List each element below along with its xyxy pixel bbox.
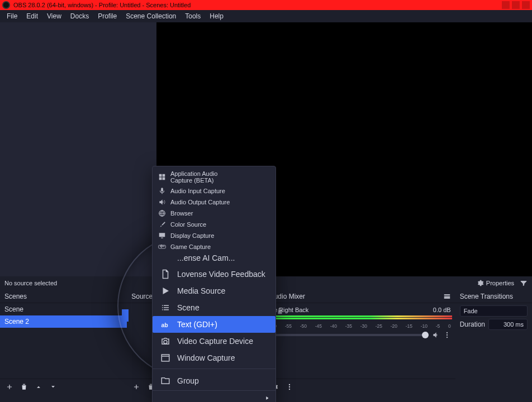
mixer-channel: Be Right Back 0.0 dB -60-55-50-45-40-35-… (265, 303, 455, 342)
play-icon (160, 286, 170, 296)
svg-point-1 (446, 332, 447, 333)
mic-icon (158, 187, 166, 195)
duration-input[interactable]: 300 ms (488, 319, 528, 330)
add-source-button[interactable] (130, 381, 142, 393)
scenes-title: Scenes (4, 293, 27, 300)
transitions-title: Scene Transitions (460, 293, 513, 300)
source-type-app-audio[interactable]: Application Audio Capture (BETA) (153, 169, 243, 185)
scene-transitions-panel: Scene Transitions Fade Duration 300 ms (455, 290, 532, 394)
move-scene-up-button[interactable] (32, 381, 45, 393)
gear-icon (476, 279, 484, 287)
source-type-color[interactable]: Color Source (153, 219, 243, 230)
scene-item[interactable]: Scene (0, 303, 127, 315)
source-type-window-capture[interactable]: Window Capture (153, 350, 276, 366)
duration-label: Duration (460, 320, 485, 328)
kebab-icon[interactable] (443, 331, 451, 339)
window-title: OBS 28.0.2 (64-bit, windows) - Profile: … (13, 2, 191, 8)
source-type-audio-output[interactable]: Audio Output Capture (153, 197, 243, 208)
audio-mixer-panel: Audio Mixer Be Right Back 0.0 dB -60-55-… (265, 290, 455, 394)
filters-icon[interactable] (520, 279, 528, 287)
source-type-audio-input[interactable]: Audio Input Capture (153, 185, 243, 197)
menu-scene-collection[interactable]: Scene Collection (121, 11, 180, 22)
source-status: No source selected (4, 280, 57, 286)
source-type-text-gdi[interactable]: abText (GDI+) (153, 316, 276, 333)
lock-icon[interactable] (276, 307, 284, 315)
properties-label: Properties (486, 280, 514, 286)
dock-options-icon[interactable] (443, 293, 451, 300)
source-type-group[interactable]: Group (153, 371, 276, 388)
checkerboard-icon (158, 173, 166, 181)
svg-point-7 (288, 388, 289, 389)
svg-text:ab: ab (162, 322, 168, 328)
submenu-arrow-icon (264, 395, 270, 401)
preview-guide-left (0, 22, 156, 276)
kebab-icon (286, 383, 293, 391)
svg-point-6 (288, 386, 289, 387)
plus-icon (132, 383, 140, 391)
file-icon (160, 269, 170, 279)
move-scene-down-button[interactable] (47, 381, 59, 393)
close-button[interactable] (522, 1, 530, 9)
titlebar: OBS 28.0.2 (64-bit, windows) - Profile: … (0, 0, 532, 10)
source-type-display-capture[interactable]: Display Capture (153, 230, 243, 241)
scene-item[interactable]: Scene 2 (0, 315, 127, 328)
mixer-menu-button[interactable] (283, 381, 296, 393)
volume-slider[interactable] (270, 334, 429, 336)
source-type-video-capture[interactable]: Video Capture Device (153, 333, 276, 350)
app-icon (2, 1, 10, 9)
plus-icon (6, 383, 13, 391)
monitor-icon (158, 232, 166, 240)
svg-point-5 (288, 384, 289, 385)
menu-tools[interactable]: Tools (180, 11, 205, 22)
source-type-lovense-ai-cam[interactable]: ...ense AI Cam... (153, 252, 276, 266)
delete-scene-button[interactable] (18, 381, 30, 393)
chevron-down-icon (49, 383, 57, 391)
source-type-lovense-video[interactable]: Lovense Video Feedback (153, 266, 276, 283)
menu-profile[interactable]: Profile (93, 11, 121, 22)
volume-meter (270, 315, 452, 322)
source-type-browser[interactable]: Browser (153, 208, 243, 219)
menu-view[interactable]: View (42, 11, 66, 22)
list-icon (160, 303, 170, 313)
window-icon (160, 353, 170, 363)
source-type-game-capture[interactable]: Game Capture (153, 241, 243, 252)
slider-handle[interactable] (422, 332, 429, 338)
properties-button[interactable]: Properties (476, 279, 514, 287)
globe-icon (158, 209, 166, 217)
transition-select[interactable]: Fade (460, 305, 528, 317)
gamepad-icon (158, 243, 166, 251)
menu-help[interactable]: Help (205, 11, 228, 22)
svg-point-3 (446, 337, 447, 338)
speaker-icon (158, 198, 166, 206)
add-scene-button[interactable] (3, 381, 16, 393)
speaker-icon[interactable] (432, 331, 440, 339)
menu-file[interactable]: File (2, 11, 22, 22)
minimize-button[interactable] (502, 1, 510, 9)
menu-docks[interactable]: Docks (66, 11, 93, 22)
source-type-scene[interactable]: Scene (153, 299, 276, 316)
text-ab-icon: ab (160, 319, 170, 329)
menubar: File Edit View Docks Profile Scene Colle… (0, 10, 532, 22)
channel-level: 0.0 dB (433, 307, 451, 313)
source-selection-indicator (122, 309, 129, 322)
brush-icon (158, 221, 166, 228)
menu-edit[interactable]: Edit (22, 11, 42, 22)
source-type-media[interactable]: Media Source (153, 283, 276, 299)
camera-icon (160, 336, 170, 346)
folder-icon (160, 376, 170, 386)
trash-icon (20, 383, 28, 391)
svg-point-2 (446, 334, 447, 336)
meter-ticks: -60-55-50-45-40-35-30-25-20-15-10-50 (270, 323, 451, 329)
maximize-button[interactable] (512, 1, 520, 9)
transition-current: Fade (464, 308, 478, 314)
add-source-context-menu: Application Audio Capture (BETA) Audio I… (152, 166, 276, 402)
chevron-up-icon (35, 383, 42, 391)
scenes-panel: Scenes Scene Scene 2 (0, 290, 127, 394)
